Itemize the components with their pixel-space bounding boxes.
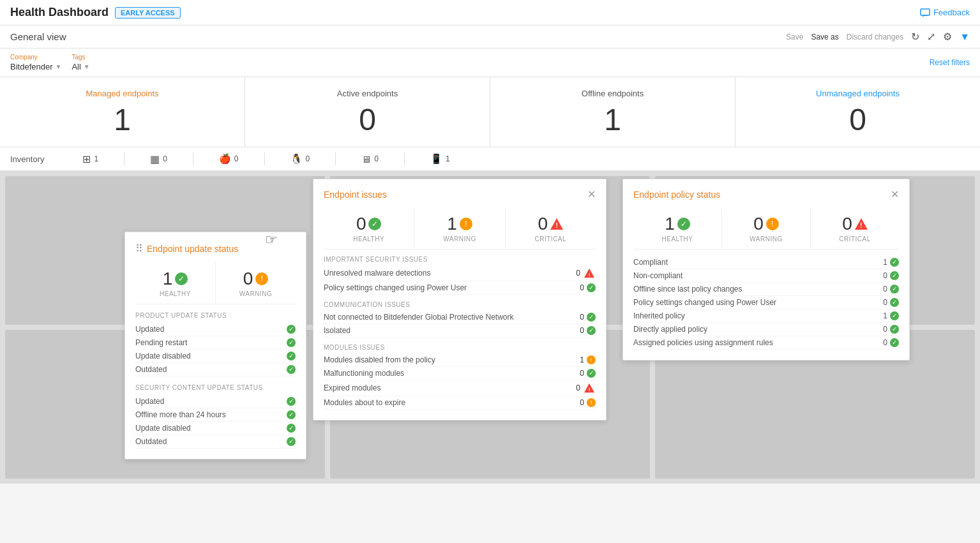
not-connected-row: Not connected to Bitdefender Global Prot… [324,311,596,324]
discard-button[interactable]: Discard changes [847,33,903,41]
compliant-icon: ✓ [890,258,899,267]
inventory-windows: ⊞ 1 [82,153,98,165]
sec-offline-label: Offline more than 24 hours [135,410,226,419]
general-view-label: General view [10,31,66,42]
not-connected-icon: ✓ [587,313,596,322]
update-healthy-count: 1 ✓ [139,269,212,289]
policy-close-button[interactable]: ✕ [891,190,899,200]
inherited-policy-label: Inherited policy [633,311,685,320]
product-update-section: PRODUCT UPDATE STATUS [135,312,296,319]
non-compliant-label: Non-compliant [633,271,682,280]
issues-critical-cell: 0 CRITICAL [506,207,596,249]
non-compliant-row: Non-compliant 0 ✓ [633,269,899,283]
product-updated-value: ✓ [287,325,296,334]
policy-header: Endpoint policy status ✕ [633,190,899,200]
sec-disabled-icon: ✓ [287,424,296,433]
product-outdated-value: ✓ [287,365,296,374]
windows-server-icon: ▦ [150,153,160,165]
active-label: Active endpoints [252,89,483,98]
policy-power-user-row2: Policy settings changed using Power User… [633,296,899,309]
offline-last-policy-label: Offline since last policy changes [633,285,743,294]
inherited-policy-value: 1 ✓ [883,311,899,320]
inventory-mobile: 📱 1 [430,153,450,165]
product-outdated-icon: ✓ [287,365,296,374]
inventory-linux: 🐧 0 [290,153,310,165]
macos-count: 0 [234,154,239,163]
sec-outdated-row: Outdated ✓ [135,435,296,449]
company-arrow-icon: ▼ [56,63,62,70]
issues-close-button[interactable]: ✕ [587,190,596,200]
tags-label: Tags [72,54,89,61]
save-button[interactable]: Save [786,33,803,41]
isolated-row: Isolated 0 ✓ [324,324,596,338]
expired-modules-row: Expired modules 0 [324,380,596,396]
warning-icon: ! [255,272,268,285]
communication-section: COMMUNICATION ISSUES [324,301,596,308]
svg-rect-0 [921,9,930,15]
update-status-title: Endpoint update status [147,244,238,254]
product-pending-icon: ✓ [287,338,296,347]
inherited-policy-row: Inherited policy 1 ✓ [633,309,899,323]
save-as-button[interactable]: Save as [811,33,838,41]
managed-label: Managed endpoints [6,89,238,98]
issues-header: Endpoint issues ✕ [324,190,596,200]
policy-power-user-row: Policy settings changed using Power User… [324,281,596,295]
product-disabled-icon: ✓ [287,352,296,361]
sec-offline-row: Offline more than 24 hours ✓ [135,408,296,422]
reset-filters-button[interactable]: Reset filters [930,58,970,67]
filter-icon[interactable]: ▼ [960,31,970,43]
tags-filter: Tags All ▼ [72,54,89,71]
feedback-button[interactable]: Feedback [920,8,970,18]
settings-icon[interactable]: ⚙ [943,31,952,43]
update-warning-count: 0 ! [219,269,292,289]
toolbar-left: General view [10,31,66,42]
drag-handle-icon[interactable]: ⠿ [135,242,143,255]
company-filter: Company Bitdefender ▼ [10,54,61,71]
offline-last-policy-row: Offline since last policy changes 0 ✓ [633,283,899,296]
issues-warning-cell: 1 ! WARNING [414,207,505,249]
company-select[interactable]: Bitdefender ▼ [10,62,61,71]
isolated-icon: ✓ [587,326,596,335]
policy-power-user-icon: ✓ [890,298,899,307]
sec-outdated-icon: ✓ [287,437,296,446]
directly-applied-row: Directly applied policy 0 ✓ [633,323,899,336]
sec-updated-label: Updated [135,397,164,406]
issues-healthy-icon: ✓ [368,218,381,230]
product-updated-row: Updated ✓ [135,323,296,336]
directly-applied-label: Directly applied policy [633,325,707,334]
early-access-badge: EARLY ACCESS [115,7,181,19]
sec-disabled-label: Update disabled [135,424,191,433]
inventory-label: Inventory [10,154,44,164]
dashboard-area: ☞ ⠿ Endpoint update status 1 ✓ HEALTHY 0… [0,171,980,484]
offline-last-policy-value: 0 ✓ [883,285,899,294]
refresh-icon[interactable]: ↻ [911,31,919,43]
sec-updated-icon: ✓ [287,397,296,406]
monitor-count: 0 [374,154,379,163]
update-healthy-label: HEALTHY [139,290,212,297]
windows-icon: ⊞ [82,153,91,165]
assignment-rules-icon: ✓ [890,338,899,347]
product-disabled-row: Update disabled ✓ [135,350,296,363]
policy-warning-icon: ! [766,218,779,230]
filters-bar: Company Bitdefender ▼ Tags All ▼ Reset f… [0,48,980,77]
header-left: Health Dashboard EARLY ACCESS [10,6,181,19]
issues-healthy-cell: 0 ✓ HEALTHY [324,207,414,249]
inventory-bar: Inventory ⊞ 1 ▦ 0 🍎 0 🐧 0 🖥 0 📱 1 [0,147,980,171]
inventory-macos: 🍎 0 [219,153,239,165]
security-content-section: SECURITY CONTENT UPDATE STATUS [135,384,296,391]
managed-count: 1 [6,105,238,135]
product-pending-row: Pending restart ✓ [135,336,296,350]
expire-warn-icon: ! [587,398,596,407]
policy-power-user-label: Policy settings changed using Power User [633,298,776,307]
mobile-count: 1 [446,154,450,163]
tags-select[interactable]: All ▼ [72,62,89,71]
expand-icon[interactable]: ⤢ [927,31,935,43]
mobile-icon: 📱 [430,153,442,165]
product-updated-icon: ✓ [287,325,296,334]
feedback-icon [920,8,930,18]
directly-applied-icon: ✓ [890,325,899,334]
active-count: 0 [252,105,483,135]
compliant-value: 1 ✓ [883,258,899,267]
unmanaged-label: Unmanaged endpoints [742,89,974,98]
compliant-row: Compliant 1 ✓ [633,256,899,269]
